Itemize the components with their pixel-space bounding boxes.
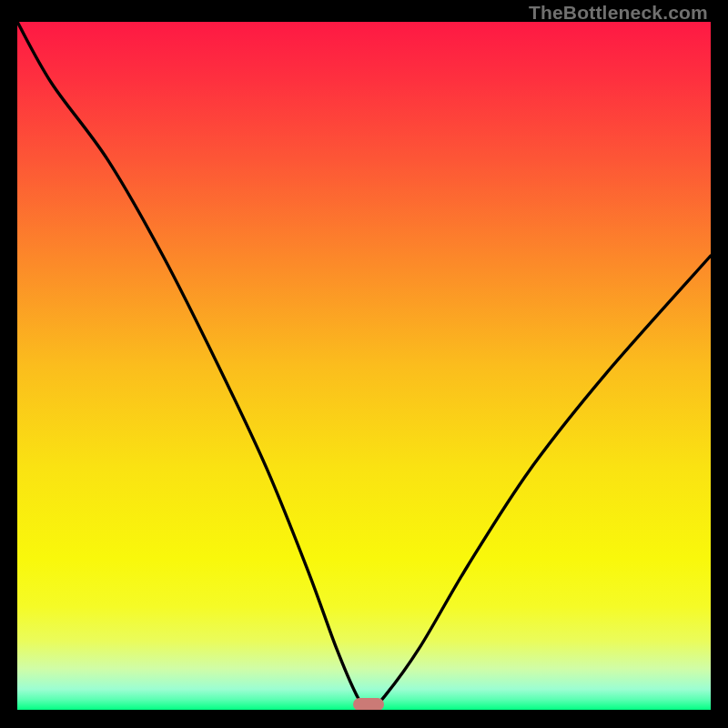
bottleneck-curve xyxy=(17,22,711,710)
plot-area xyxy=(17,22,711,710)
minimum-marker xyxy=(353,698,384,711)
chart-frame: TheBottleneck.com xyxy=(0,0,728,728)
watermark-text: TheBottleneck.com xyxy=(529,2,708,24)
